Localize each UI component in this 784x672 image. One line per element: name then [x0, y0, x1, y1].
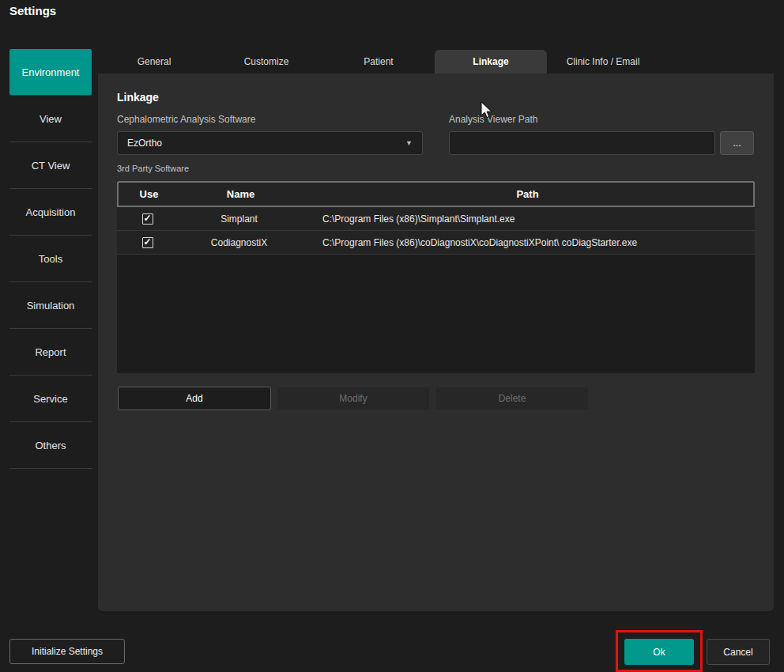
analysis-viewer-path-label: Analysis Viewer Path — [449, 114, 538, 125]
use-checkbox[interactable] — [142, 213, 153, 225]
sidebar-item-report[interactable]: Report — [9, 329, 92, 376]
third-party-table: Use Name Path Simplant C:\Program Files … — [117, 181, 755, 373]
chevron-down-icon: ▼ — [405, 139, 413, 147]
table-header-name: Name — [179, 188, 302, 200]
sidebar-item-others[interactable]: Others — [9, 422, 92, 469]
table-header-path: Path — [302, 188, 753, 200]
sidebar-item-acquisition[interactable]: Acquisition — [9, 189, 92, 236]
table-row-codiagnostix[interactable]: CodiagnostiX C:\Program Files (x86)\coDi… — [117, 231, 755, 255]
table-row-simplant[interactable]: Simplant C:\Program Files (x86)\Simplant… — [117, 207, 755, 231]
third-party-software-label: 3rd Party Software — [117, 164, 189, 173]
sidebar-item-service[interactable]: Service — [9, 376, 92, 422]
sidebar-item-simulation[interactable]: Simulation — [9, 282, 92, 329]
row-path: C:\Program Files (x86)\Simplant\Simplant… — [300, 213, 755, 225]
tab-patient[interactable]: Patient — [322, 50, 435, 74]
ceph-software-value: EzOrtho — [127, 138, 405, 149]
linkage-section-heading: Linkage — [117, 91, 159, 104]
sidebar-item-ct-view[interactable]: CT View — [9, 142, 92, 189]
add-button[interactable]: Add — [118, 387, 271, 410]
sidebar-item-view[interactable]: View — [9, 96, 92, 142]
delete-button: Delete — [435, 387, 589, 410]
browse-button[interactable]: ... — [720, 131, 754, 155]
row-name: Simplant — [178, 213, 300, 225]
initialize-settings-button[interactable]: Initialize Settings — [9, 639, 125, 664]
tab-customize[interactable]: Customize — [210, 50, 322, 74]
linkage-panel: Linkage Cephalometric Analysis Software … — [98, 74, 774, 611]
tab-bar: General Customize Patient Linkage Clinic… — [98, 50, 774, 74]
cancel-button[interactable]: Cancel — [707, 639, 770, 665]
ok-button[interactable]: Ok — [624, 639, 694, 665]
modify-button: Modify — [277, 387, 430, 410]
ceph-software-select[interactable]: EzOrtho ▼ — [117, 131, 423, 155]
row-name: CodiagnostiX — [178, 237, 300, 248]
sidebar: Environment View CT View Acquisition Too… — [9, 49, 92, 469]
tab-linkage[interactable]: Linkage — [435, 50, 547, 74]
use-checkbox[interactable] — [142, 237, 153, 248]
analysis-viewer-path-input[interactable] — [449, 131, 715, 155]
sidebar-item-tools[interactable]: Tools — [9, 236, 92, 282]
page-title: Settings — [9, 4, 56, 17]
tab-clinic-info-email[interactable]: Clinic Info / Email — [547, 50, 659, 74]
row-path: C:\Program Files (x86)\coDiagnostiX\coDi… — [300, 237, 755, 248]
tab-general[interactable]: General — [98, 50, 210, 74]
table-header-use: Use — [119, 188, 179, 200]
table-header-row: Use Name Path — [117, 181, 755, 207]
settings-window: Settings Environment View CT View Acquis… — [0, 0, 784, 672]
sidebar-item-environment[interactable]: Environment — [9, 49, 92, 96]
ceph-software-label: Cephalometric Analysis Software — [117, 114, 255, 125]
